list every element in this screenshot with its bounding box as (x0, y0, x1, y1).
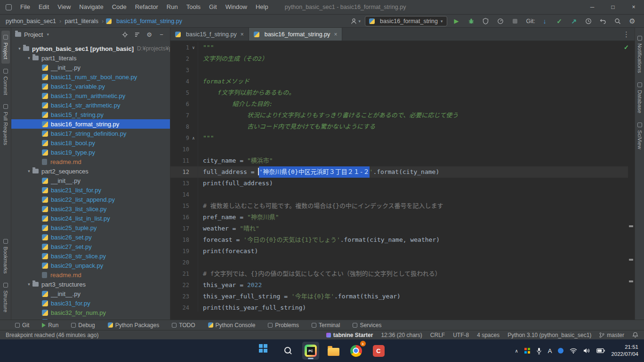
code-line-6[interactable]: 6 紹介した目的: (170, 99, 628, 110)
git-commit-button[interactable]: ✓ (554, 16, 564, 26)
line-separator[interactable]: CRLF (430, 332, 445, 338)
ime-mode-indicator[interactable]: A (548, 347, 552, 354)
tree-item-init-py[interactable]: __init__.py (11, 289, 170, 298)
code-line-3[interactable]: 3 (170, 65, 628, 76)
close-tab-icon[interactable]: × (241, 31, 244, 38)
menu-help[interactable]: Help (251, 0, 273, 14)
debug-button[interactable] (466, 16, 476, 26)
tabnine-status[interactable]: tabnine Starter (326, 332, 373, 338)
notifications-bell-icon[interactable] (632, 332, 638, 338)
menu-refactor[interactable]: Refactor (131, 0, 162, 14)
code-line-7[interactable]: 7 状況によりf文字列よりもすっきり書けることがあるので、必要に応じて使う (170, 110, 628, 121)
panel-settings-gear-icon[interactable]: ⚙ (145, 30, 154, 39)
user-avatar-icon[interactable]: ▾ (351, 18, 361, 25)
git-push-button[interactable]: ↗ (569, 16, 579, 26)
tree-item-init-py[interactable]: __init__.py (11, 63, 170, 72)
code-line-1[interactable]: 1∨""" (170, 42, 628, 53)
tree-item-python-basic-sec1-python-basic[interactable]: ▾python_basic_sec1 [python_basic]D:¥proj… (11, 44, 170, 53)
code-line-17[interactable]: 17weather = "晴れ" (170, 223, 628, 234)
tree-item-basic28-str-slice-py[interactable]: basic28_str_slice.py (11, 251, 170, 261)
start-button[interactable] (257, 342, 274, 360)
run-with-coverage-button[interactable] (481, 16, 491, 26)
tree-item-basic18-bool-py[interactable]: basic18_bool.py (11, 138, 170, 148)
tool-stripe-notifications[interactable]: Notifications (636, 32, 644, 77)
chevron-expanded-icon[interactable]: ▾ (25, 56, 32, 60)
hidden-icons-chevron[interactable]: ∧ (515, 348, 518, 354)
tool-stripe-pull-requests[interactable]: Pull Requests (1, 100, 10, 149)
code-line-16[interactable]: 16pref_name = "神奈川県" (170, 212, 628, 223)
toolwindow-python-console[interactable]: Python Console (208, 322, 256, 329)
taskbar-chrome-icon[interactable]: k (347, 342, 364, 360)
menu-tools[interactable]: Tools (182, 0, 205, 14)
wifi-icon[interactable] (570, 348, 577, 354)
collapse-all-icon[interactable] (132, 30, 142, 39)
code-line-13[interactable]: 13print(full_address) (170, 178, 628, 189)
tool-stripe-database[interactable]: Database (636, 78, 644, 117)
tree-item-basic16-format-string-py[interactable]: basic16_format_string.py (11, 119, 170, 129)
tree-item-readme-md[interactable]: readme.md (11, 157, 170, 166)
taskbar-search-icon[interactable] (280, 342, 297, 360)
code-line-2[interactable]: 2文字列の生成（その2） (170, 53, 628, 65)
tree-item-part3-structures[interactable]: ▾part3_structures (11, 280, 170, 289)
toolwindow-terminal[interactable]: Terminal (312, 322, 340, 329)
toolwindow-debug[interactable]: Debug (71, 322, 95, 329)
tree-item-basic19-type-py[interactable]: basic19_type.py (11, 148, 170, 157)
toolwindow-run[interactable]: Run (42, 322, 58, 329)
tray-app-icon[interactable] (558, 348, 564, 354)
breadcrumb-item-basic16-format-string-py[interactable]: basic16_format_string.py (115, 18, 183, 25)
settings-gear-icon[interactable]: ⚙ (627, 16, 637, 26)
tool-stripe-bookmarks[interactable]: Bookmarks (1, 235, 10, 278)
code-line-9[interactable]: 9∧""" (170, 132, 628, 144)
toolwindow-problems[interactable]: Problems (268, 322, 299, 329)
code-line-15[interactable]: 15# 複数差し込むことも可能です。複数の場合は{}の中にインデックス番号を記入… (170, 200, 628, 212)
hide-panel-icon[interactable]: − (157, 30, 166, 39)
code-line-11[interactable]: 11city_name = "横浜市" (170, 155, 628, 166)
git-update-button[interactable]: ↓ (539, 16, 550, 26)
file-encoding[interactable]: UTF-8 (453, 332, 469, 338)
tool-stripe-sciview[interactable]: SciView (636, 118, 644, 154)
toolwindow-git[interactable]: Git (15, 322, 29, 329)
menu-view[interactable]: View (53, 0, 75, 14)
tree-item-basic21-list-for-py[interactable]: basic21_list_for.py (11, 185, 170, 195)
volume-icon[interactable] (583, 348, 590, 354)
code-line-24[interactable]: 24print(this_year_full_string) (170, 302, 628, 312)
history-button[interactable] (583, 16, 594, 26)
tray-colorful-icon[interactable] (524, 348, 530, 354)
tool-stripe-structure[interactable]: Structure (1, 279, 10, 317)
code-line-14[interactable]: 14 (170, 189, 628, 200)
tree-item-init-py[interactable]: __init__.py (11, 176, 170, 185)
menu-navigate[interactable]: Navigate (75, 0, 107, 14)
chevron-expanded-icon[interactable]: ▾ (25, 169, 32, 173)
menu-code[interactable]: Code (108, 0, 131, 14)
inspections-ok-icon[interactable]: ✓ (624, 44, 629, 51)
indent-style[interactable]: 4 spaces (477, 332, 499, 338)
tool-stripe-project[interactable]: Project (1, 31, 10, 64)
tree-item-basic13-num-arithmetic-py[interactable]: basic13_num_arithmetic.py (11, 91, 170, 100)
tree-item-basic11-num-str-bool-none-py[interactable]: basic11_num_str_bool_none.py (11, 72, 170, 82)
tree-item-basic24-list-in-list-py[interactable]: basic24_list_in_list.py (11, 214, 170, 223)
tree-item-basic27-set-py[interactable]: basic27_set.py (11, 242, 170, 251)
tool-stripe-commit[interactable]: Commit (1, 65, 10, 99)
menu-git[interactable]: Git (205, 0, 221, 14)
menu-file[interactable]: File (16, 0, 34, 14)
code-line-4[interactable]: 4formatメソッド (170, 76, 628, 87)
tree-item-basic22-list-append-py[interactable]: basic22_list_append.py (11, 195, 170, 204)
tree-item-readme-md[interactable]: readme.md (11, 270, 170, 280)
chevron-expanded-icon[interactable]: ▾ (16, 46, 23, 51)
taskbar-clock[interactable]: 21:51 2022/07/04 (611, 344, 638, 358)
tree-item-basic31-for-py[interactable]: basic31_for.py (11, 298, 170, 308)
tree-item-basic15-f-string-py[interactable]: basic15_f_string.py (11, 110, 170, 119)
search-everywhere-icon[interactable] (612, 16, 623, 26)
git-branch-widget[interactable]: master (599, 332, 624, 338)
code-line-18[interactable]: 18forecast = '今日の{0}の天気は{1}でしょう'.format(… (170, 234, 628, 246)
tree-item-basic14-str-arithmetic-py[interactable]: basic14_str_arithmetic.py (11, 100, 170, 110)
status-message[interactable]: Breakpoint reached (46 minutes ago) (6, 332, 98, 338)
menu-edit[interactable]: Edit (34, 0, 53, 14)
taskbar-pycharm-icon[interactable]: PC (302, 342, 319, 360)
code-line-12[interactable]: 12full_address = '神奈川県{0}中区元浜町３丁目２１-２'.f… (170, 166, 628, 178)
python-interpreter[interactable]: Python 3.10 (python_basic_sec1) (507, 332, 591, 338)
chevron-expanded-icon[interactable]: ▾ (25, 282, 32, 287)
code-line-8[interactable]: 8 古いコード内で見かけても驚かないようにする (170, 121, 628, 132)
run-button[interactable]: ▶ (451, 16, 462, 26)
toolwindow-python-packages[interactable]: Python Packages (108, 322, 159, 329)
